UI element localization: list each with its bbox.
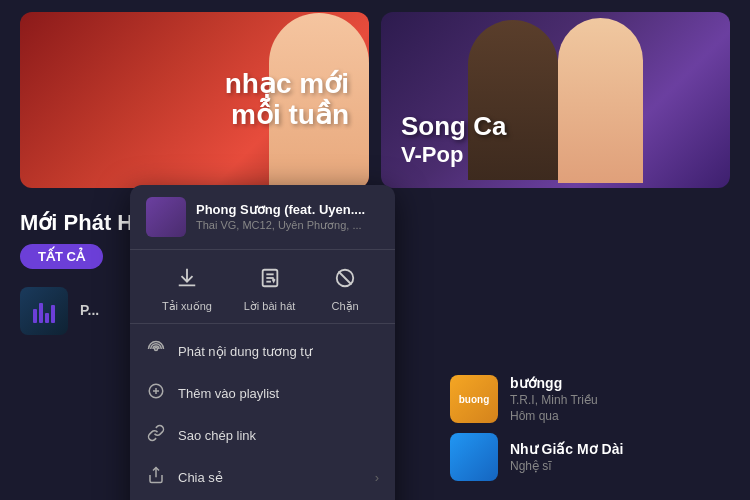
banner-song-ca-line1: Song Ca [401,111,506,142]
eq-bar [33,309,37,323]
song-list-right: buong bướngg T.R.I, Minh Triều Hôm qua N… [450,370,730,486]
ctx-header: Phong Sương (feat. Uyen.... Thai VG, MC1… [130,185,395,250]
banners-section: nhạc mới mỗi tuần Song Ca V-Pop [0,0,750,200]
ctx-item-copy-link[interactable]: Sao chép link [130,414,395,456]
banner-line1: nhạc mới [225,69,349,100]
song-artist-right-1: T.R.I, Minh Triều [510,393,730,407]
ctx-action-block[interactable]: Chặn [327,260,363,313]
ctx-song-details: Phong Sương (feat. Uyen.... Thai VG, MC1… [196,202,365,232]
song-name-right-1: bướngg [510,375,730,391]
share-icon [146,466,166,488]
eq-bar [45,313,49,323]
song-item-right-1[interactable]: buong bướngg T.R.I, Minh Triều Hôm qua [450,370,730,428]
ctx-action-block-label: Chặn [332,300,359,313]
ctx-action-lyrics-label: Lời bài hát [244,300,296,313]
person-silhouette-right2 [558,18,643,183]
add-playlist-icon [146,382,166,404]
ctx-action-lyrics[interactable]: Lời bài hát [244,260,296,313]
svg-point-6 [155,348,158,351]
eq-bar [51,305,55,323]
ctx-item-playlist[interactable]: Thêm vào playlist [130,372,395,414]
banner-song-ca[interactable]: Song Ca V-Pop [381,12,730,188]
ctx-artist: Thai VG, MC12, Uyên Phương, ... [196,219,365,232]
eq-bars-1 [33,299,55,323]
radio-icon [146,340,166,362]
block-icon [327,260,363,296]
copy-link-icon [146,424,166,446]
ctx-item-copy-link-label: Sao chép link [178,428,256,443]
song-item-right-2[interactable]: Như Giấc Mơ Dài Nghệ sĩ [450,428,730,486]
song-thumb-right-2 [450,433,498,481]
ctx-menu-items: Phát nội dung tương tự Thêm vào playlist… [130,324,395,500]
ctx-song-name: Phong Sương (feat. Uyen.... [196,202,365,217]
song-info-right-1: bướngg T.R.I, Minh Triều Hôm qua [510,375,730,423]
banner-nhac-moi-text: nhạc mới mỗi tuần [225,69,349,131]
ctx-item-similar-label: Phát nội dung tương tự [178,344,312,359]
ctx-song-thumbnail [146,197,186,237]
song-info-right-2: Như Giấc Mơ Dài Nghệ sĩ [510,441,730,473]
song-artist-right-2: Nghệ sĩ [510,459,730,473]
ctx-item-playlist-label: Thêm vào playlist [178,386,279,401]
thumb-text-buongg: buong [450,375,498,423]
tab-tat-ca[interactable]: TẤT CẢ [20,244,103,269]
eq-bar [39,303,43,323]
ctx-quick-actions: Tải xuống Lời bài hát Chặn [130,250,395,324]
context-menu: Phong Sương (feat. Uyen.... Thai VG, MC1… [130,185,395,500]
ctx-item-share[interactable]: Chia sẻ › [130,456,395,498]
ctx-item-share-label: Chia sẻ [178,470,223,485]
banner-song-ca-line2: V-Pop [401,142,506,168]
ctx-item-similar[interactable]: Phát nội dung tương tự [130,330,395,372]
lyrics-icon [252,260,288,296]
song-thumb-right-1: buong [450,375,498,423]
ctx-action-download[interactable]: Tải xuống [162,260,212,313]
song-name-right-2: Như Giấc Mơ Dài [510,441,730,457]
song-thumb-1 [20,287,68,335]
svg-line-5 [339,272,352,285]
download-icon [169,260,205,296]
banner-line2: mỗi tuần [225,100,349,131]
song-time-right-1: Hôm qua [510,409,730,423]
share-arrow-icon: › [375,470,379,485]
banner-nhac-moi[interactable]: nhạc mới mỗi tuần [20,12,369,188]
ctx-action-download-label: Tải xuống [162,300,212,313]
banner-song-ca-text: Song Ca V-Pop [401,111,506,168]
